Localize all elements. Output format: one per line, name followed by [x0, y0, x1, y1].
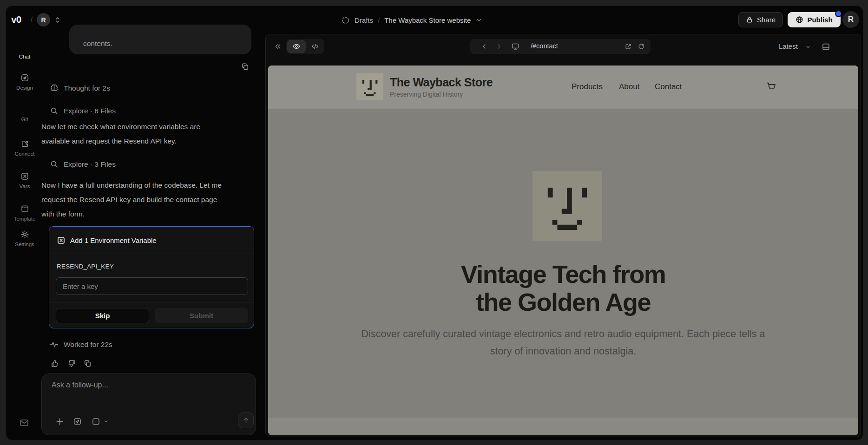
open-external-icon[interactable]	[625, 43, 632, 50]
v0-app-window: v0 / R Drafts / The Wayback Store websit…	[6, 6, 863, 440]
env-variable-dialog: Add 1 Environment Variable RESEND_API_KE…	[49, 226, 254, 328]
cart-icon[interactable]	[766, 81, 777, 92]
breadcrumb-drafts[interactable]: Drafts	[355, 16, 373, 24]
explore-label: Explore · 6 Files	[64, 107, 116, 115]
breadcrumb-separator: /	[378, 16, 380, 24]
copy-icon[interactable]	[241, 62, 250, 71]
thought-label: Thought for 2s	[64, 84, 110, 92]
site-brand[interactable]: The Wayback Store	[390, 76, 493, 89]
code-view-toggle[interactable]	[306, 40, 324, 53]
back-icon[interactable]	[480, 43, 488, 50]
layout-panel-icon[interactable]	[822, 42, 830, 51]
sidebar-item-chat[interactable]: Chat	[6, 42, 43, 59]
more-options-icon[interactable]	[838, 42, 847, 51]
chevron-down-icon[interactable]	[475, 16, 483, 24]
sidebar-item-label: Connect	[15, 151, 35, 157]
chevron-down-icon[interactable]	[103, 419, 109, 425]
preview-url-bar[interactable]: /#contact	[470, 39, 651, 54]
site-logo[interactable]	[356, 73, 383, 100]
forward-icon[interactable]	[495, 43, 503, 50]
breadcrumb-project-title[interactable]: The Wayback Store website	[384, 16, 471, 24]
brain-icon	[50, 84, 59, 92]
sidebar-item-label: Settings	[15, 242, 34, 247]
skip-button[interactable]: Skip	[56, 308, 149, 323]
scan-target-icon[interactable]	[92, 417, 100, 426]
sidebar-item-connect[interactable]: Connect	[6, 139, 43, 157]
composer	[41, 373, 256, 435]
chevrons-up-down-icon[interactable]	[53, 16, 62, 24]
nav-link-about[interactable]: About	[619, 82, 639, 92]
eye-icon	[292, 42, 301, 51]
collapse-panel-icon[interactable]	[274, 42, 282, 51]
nav-link-contact[interactable]: Contact	[655, 82, 682, 92]
drafts-dashed-circle-icon	[341, 16, 350, 25]
search-icon	[50, 160, 59, 169]
send-plane-icon[interactable]	[73, 417, 82, 426]
sidebar-item-design[interactable]: Design	[6, 73, 43, 91]
share-button[interactable]: Share	[738, 12, 783, 27]
publish-notification-dot	[835, 10, 842, 17]
sidebar-item-label: Vars	[20, 183, 30, 189]
globe-icon	[796, 16, 803, 24]
chevron-down-icon[interactable]	[805, 44, 811, 50]
assistant-message-2: Now I have a full understanding of the c…	[41, 178, 225, 221]
chat-bubble-icon	[20, 42, 29, 51]
env-key-input[interactable]	[56, 277, 248, 295]
divider	[49, 302, 254, 302]
v0-logo[interactable]: v0	[11, 14, 21, 25]
mail-icon[interactable]	[19, 418, 29, 428]
lock-icon	[746, 16, 753, 24]
arrow-up-icon	[242, 417, 250, 425]
site-tagline: Preserving Digital History	[390, 91, 463, 98]
env-dialog-title: Add 1 Environment Variable	[70, 236, 157, 244]
submit-button[interactable]: Submit	[155, 308, 248, 323]
sidebar-item-settings[interactable]: Settings	[6, 230, 43, 247]
divider	[49, 254, 254, 254]
user-message-text: contents.	[83, 39, 112, 48]
nav-link-products[interactable]: Products	[572, 82, 603, 92]
assistant-message-1: Now let me check what environment variab…	[41, 119, 225, 148]
sidebar-item-git[interactable]: Git	[6, 105, 43, 122]
monitor-icon[interactable]	[511, 42, 519, 51]
breadcrumb: Drafts / The Wayback Store website	[341, 11, 483, 29]
activity-pulse-icon	[50, 340, 59, 349]
copy-icon[interactable]	[83, 359, 92, 368]
explore-label: Explore · 3 Files	[64, 160, 116, 169]
thumbs-down-icon[interactable]	[67, 359, 76, 368]
gear-icon	[20, 230, 29, 239]
explore-row-6-files[interactable]: Explore · 6 Files	[50, 106, 116, 115]
preview-url[interactable]: /#contact	[531, 42, 558, 50]
sidebar-item-template[interactable]: Template	[6, 204, 43, 222]
thought-row[interactable]: Thought for 2s	[50, 84, 110, 92]
preview-eye-toggle[interactable]	[287, 40, 306, 53]
sidebar-item-label: Chat	[19, 54, 30, 59]
plus-icon[interactable]	[55, 417, 64, 426]
thumbs-up-icon[interactable]	[51, 359, 59, 368]
explore-row-3-files[interactable]: Explore · 3 Files	[50, 160, 116, 169]
share-button-label: Share	[757, 16, 776, 24]
sidebar-item-vars[interactable]: Vars	[6, 172, 43, 189]
template-icon	[20, 204, 29, 213]
design-icon	[20, 73, 29, 82]
hero-title: Vintage Tech from the Golden Age	[268, 260, 858, 316]
pixel-face-icon	[533, 171, 602, 241]
puzzle-icon	[20, 139, 29, 148]
user-avatar[interactable]: R	[842, 11, 859, 28]
publish-button-label: Publish	[807, 16, 832, 24]
user-message-bubble: contents.	[69, 25, 251, 54]
team-avatar[interactable]: R	[37, 13, 50, 26]
followup-input[interactable]	[51, 380, 238, 390]
connector-line	[54, 94, 54, 102]
refresh-icon[interactable]	[638, 43, 645, 50]
more-options-icon[interactable]	[99, 359, 108, 368]
hero-title-line-1: Vintage Tech from	[268, 260, 858, 288]
sidebar-item-label: Git	[21, 117, 28, 122]
publish-button[interactable]: Publish	[788, 12, 841, 27]
worked-label: Worked for 22s	[64, 340, 112, 349]
version-label[interactable]: Latest	[779, 42, 798, 50]
site-header: The Wayback Store Preserving Digital His…	[268, 65, 858, 109]
preview-mode-toggle	[286, 39, 324, 54]
vars-icon	[57, 236, 66, 245]
send-button[interactable]	[238, 412, 254, 428]
feedback-row	[51, 359, 108, 368]
